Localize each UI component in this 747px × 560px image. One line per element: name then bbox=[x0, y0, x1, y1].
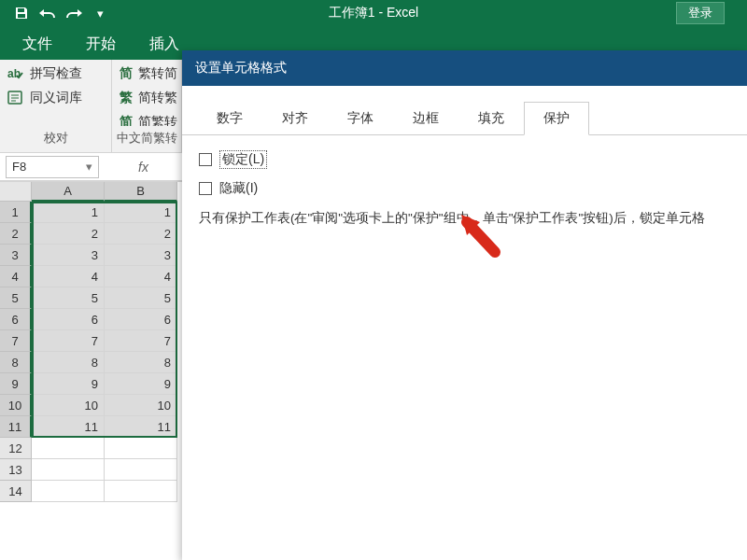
checkbox-box-icon bbox=[199, 153, 212, 166]
tab-file[interactable]: 文件 bbox=[6, 29, 69, 60]
cell[interactable]: 10 bbox=[105, 395, 177, 416]
login-button[interactable]: 登录 bbox=[676, 2, 725, 24]
cell[interactable]: 9 bbox=[105, 373, 177, 395]
cell[interactable]: 7 bbox=[105, 330, 177, 352]
row-header[interactable]: 1 bbox=[0, 202, 32, 223]
cell[interactable] bbox=[32, 481, 105, 502]
tab-number[interactable]: 数字 bbox=[197, 102, 262, 135]
cell[interactable]: 4 bbox=[32, 266, 105, 287]
cell[interactable]: 11 bbox=[105, 416, 177, 438]
tab-fill[interactable]: 填充 bbox=[458, 102, 524, 135]
row-header[interactable]: 4 bbox=[0, 266, 32, 287]
col-header-B[interactable]: B bbox=[105, 182, 177, 202]
thesaurus-icon bbox=[7, 91, 24, 105]
row-header[interactable]: 5 bbox=[0, 287, 32, 309]
row-header[interactable]: 10 bbox=[0, 395, 32, 416]
svg-rect-0 bbox=[18, 8, 24, 12]
row-header[interactable]: 11 bbox=[0, 416, 32, 438]
cell[interactable]: 8 bbox=[32, 352, 105, 373]
qat-customize-icon[interactable]: ▾ bbox=[90, 3, 110, 23]
quick-access-toolbar: ▾ bbox=[0, 3, 110, 23]
redo-icon[interactable] bbox=[63, 3, 84, 23]
row-header[interactable]: 6 bbox=[0, 309, 32, 330]
cell[interactable]: 2 bbox=[105, 223, 177, 245]
fx-icon[interactable]: fx bbox=[138, 160, 148, 175]
cmd-thesaurus[interactable]: 同义词库 bbox=[7, 90, 104, 106]
checkbox-box-icon bbox=[199, 182, 212, 195]
cell[interactable] bbox=[105, 459, 177, 481]
cell[interactable]: 6 bbox=[32, 309, 105, 330]
cell[interactable]: 8 bbox=[105, 352, 177, 373]
row-header[interactable]: 7 bbox=[0, 330, 32, 352]
group-conv-label: 中文简繁转 bbox=[112, 126, 181, 152]
window-title: 工作簿1 - Excel bbox=[0, 5, 747, 21]
cell[interactable]: 3 bbox=[105, 245, 177, 266]
cmd-simp-trad[interactable]: 简简繁转 bbox=[118, 114, 177, 126]
format-cells-dialog: 设置单元格格式 数字 对齐 字体 边框 填充 保护 锁定(L) 隐藏(I) 只有… bbox=[182, 50, 747, 560]
group-chinese-conversion: 简繁转简 繁简转繁 简简繁转 中文简繁转 bbox=[112, 60, 182, 152]
cell[interactable] bbox=[32, 459, 105, 481]
undo-icon[interactable] bbox=[37, 3, 58, 23]
dialog-tabs: 数字 对齐 字体 边框 填充 保护 bbox=[182, 86, 747, 135]
cell[interactable]: 7 bbox=[32, 330, 105, 352]
tab-font[interactable]: 字体 bbox=[328, 102, 393, 135]
cmd-trad-to-simp[interactable]: 简繁转简 bbox=[118, 65, 177, 82]
tab-protect[interactable]: 保护 bbox=[524, 102, 589, 135]
checkbox-lock[interactable]: 锁定(L) bbox=[199, 150, 730, 169]
cell[interactable] bbox=[32, 438, 105, 459]
row-header[interactable]: 13 bbox=[0, 459, 32, 481]
cell[interactable]: 5 bbox=[105, 287, 177, 309]
tab-align[interactable]: 对齐 bbox=[262, 102, 328, 135]
checkbox-hide[interactable]: 隐藏(I) bbox=[199, 180, 730, 197]
simp-glyph-icon: 简 bbox=[118, 65, 134, 82]
row-header[interactable]: 14 bbox=[0, 481, 32, 502]
cell[interactable]: 1 bbox=[105, 202, 177, 223]
row-header[interactable]: 9 bbox=[0, 373, 32, 395]
cell[interactable]: 11 bbox=[32, 416, 105, 438]
spellcheck-icon: ab bbox=[7, 66, 24, 81]
select-all-corner[interactable] bbox=[0, 182, 32, 202]
tab-border[interactable]: 边框 bbox=[393, 102, 458, 135]
row-header[interactable]: 3 bbox=[0, 245, 32, 266]
dialog-title: 设置单元格格式 bbox=[182, 50, 747, 86]
cmd-spellcheck[interactable]: ab 拼写检查 bbox=[7, 65, 104, 82]
checkbox-hide-label: 隐藏(I) bbox=[219, 180, 258, 197]
cmd-simp-to-trad[interactable]: 繁简转繁 bbox=[118, 90, 177, 106]
name-box[interactable]: F8 ▾ bbox=[6, 156, 99, 178]
cell[interactable]: 4 bbox=[105, 266, 177, 287]
cell[interactable] bbox=[105, 481, 177, 502]
tab-home[interactable]: 开始 bbox=[69, 29, 133, 60]
cell[interactable]: 3 bbox=[32, 245, 105, 266]
trad-glyph-icon: 繁 bbox=[118, 90, 134, 106]
cell[interactable]: 5 bbox=[32, 287, 105, 309]
name-box-value: F8 bbox=[12, 160, 26, 174]
cell[interactable]: 6 bbox=[105, 309, 177, 330]
group-proofing: ab 拼写检查 同义词库 校对 bbox=[0, 60, 112, 152]
row-header[interactable]: 2 bbox=[0, 223, 32, 245]
col-header-A[interactable]: A bbox=[32, 182, 105, 202]
save-icon[interactable] bbox=[11, 3, 32, 23]
cell[interactable]: 2 bbox=[32, 223, 105, 245]
cell[interactable] bbox=[105, 438, 177, 459]
protection-note: 只有保护工作表(在"审阅"选项卡上的"保护"组中，单击"保护工作表"按钮)后，锁… bbox=[199, 208, 730, 229]
cell[interactable]: 9 bbox=[32, 373, 105, 395]
row-header[interactable]: 8 bbox=[0, 352, 32, 373]
cmd-thesaurus-label: 同义词库 bbox=[30, 90, 82, 106]
cell[interactable]: 10 bbox=[32, 395, 105, 416]
conv-glyph-icon: 简 bbox=[118, 114, 134, 126]
cmd-spellcheck-label: 拼写检查 bbox=[30, 65, 82, 82]
svg-rect-1 bbox=[18, 14, 25, 18]
row-header[interactable]: 12 bbox=[0, 438, 32, 459]
dialog-body: 锁定(L) 隐藏(I) 只有保护工作表(在"审阅"选项卡上的"保护"组中，单击"… bbox=[182, 135, 747, 244]
checkbox-lock-label: 锁定(L) bbox=[219, 150, 267, 169]
cell[interactable]: 1 bbox=[32, 202, 105, 223]
group-proofing-label: 校对 bbox=[0, 126, 111, 152]
title-bar: ▾ 工作簿1 - Excel 登录 bbox=[0, 0, 747, 26]
chevron-down-icon[interactable]: ▾ bbox=[81, 157, 96, 177]
